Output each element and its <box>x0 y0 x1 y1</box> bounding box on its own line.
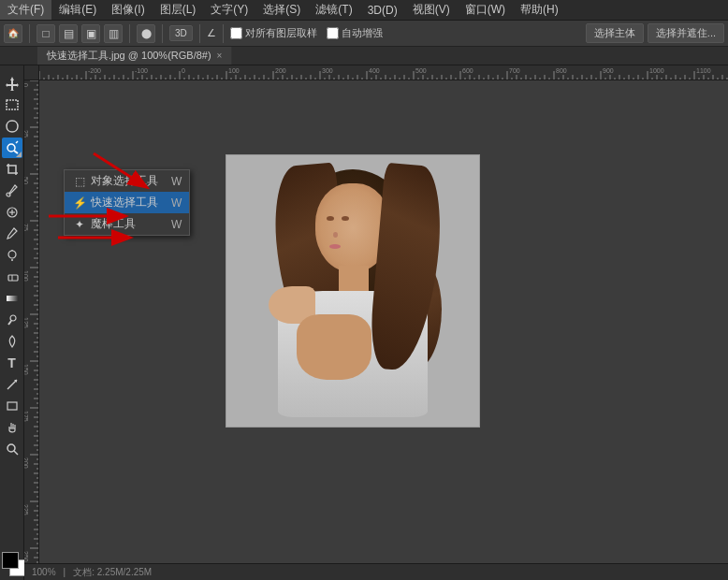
svg-rect-1 <box>7 100 18 109</box>
auto-enhance-checkbox[interactable]: 自动增强 <box>327 26 383 40</box>
flyout-label-quick-select: 快速选择工具 <box>91 195 158 210</box>
svg-text:0: 0 <box>182 67 185 74</box>
svg-point-19 <box>7 444 15 452</box>
svg-text:225: 225 <box>24 504 29 515</box>
flyout-item-quick-select[interactable]: ⚡ 快速选择工具 W <box>65 192 189 213</box>
menu-window[interactable]: 窗口(W) <box>458 0 513 20</box>
tool-type[interactable]: T <box>2 353 22 373</box>
tool-pen[interactable] <box>2 331 22 352</box>
quick-select-icon: ⚡ <box>72 196 87 210</box>
menu-filter[interactable]: 滤镜(T) <box>308 0 359 20</box>
tool-crop[interactable] <box>2 159 22 180</box>
zoom-level: 100% <box>32 567 56 577</box>
tool-lasso[interactable] <box>2 116 22 137</box>
menu-layer[interactable]: 图层(L) <box>153 0 204 20</box>
separator-3 <box>162 24 163 43</box>
all-layers-checkbox[interactable]: 对所有图层取样 <box>230 26 317 40</box>
angle-icon: ∠ <box>207 27 216 39</box>
menu-image[interactable]: 图像(I) <box>104 0 152 20</box>
svg-point-15 <box>10 315 16 321</box>
tool-move[interactable] <box>2 73 22 94</box>
menu-help[interactable]: 帮助(H) <box>513 0 566 20</box>
tool-rect-select[interactable] <box>2 94 22 115</box>
svg-text:100: 100 <box>228 67 240 74</box>
nose <box>333 232 338 238</box>
tool-clone[interactable] <box>2 245 22 266</box>
tab-document[interactable]: 快速选择工具.jpg @ 100%(RGB/8#) × <box>37 47 232 65</box>
svg-line-4 <box>16 141 18 143</box>
svg-text:25: 25 <box>24 130 29 138</box>
tool-dodge[interactable] <box>2 310 22 330</box>
ruler-top: -200-10001002003004005006007008009001000… <box>39 65 728 80</box>
document-info: 文档: 2.25M/2.25M <box>73 566 152 579</box>
status-bar: 100% | 文档: 2.25M/2.25M <box>24 563 728 580</box>
tab-close-button[interactable]: × <box>217 51 223 61</box>
photo-canvas <box>226 155 479 427</box>
flyout-shortcut-object-select: W <box>162 175 182 188</box>
right-eye <box>342 216 349 221</box>
options-add-selection[interactable]: ▤ <box>59 24 78 43</box>
svg-rect-14 <box>7 296 18 301</box>
svg-text:125: 125 <box>24 317 29 328</box>
tool-eraser[interactable] <box>2 267 22 287</box>
svg-rect-18 <box>7 402 17 410</box>
options-new-selection[interactable]: □ <box>36 24 55 43</box>
select-subject-button[interactable]: 选择主体 <box>586 23 644 43</box>
tool-path-select[interactable] <box>2 374 22 395</box>
svg-rect-12 <box>8 275 18 281</box>
tab-label: 快速选择工具.jpg @ 100%(RGB/8#) <box>47 49 211 63</box>
flyout-item-object-select[interactable]: ⬚ 对象选择工具 W <box>65 170 189 192</box>
svg-text:200: 200 <box>24 457 29 469</box>
canvas-area[interactable]: ⬚ 对象选择工具 W ⚡ 快速选择工具 W ✦ 魔棒工具 W <box>39 80 728 580</box>
svg-text:800: 800 <box>556 67 567 74</box>
menu-3d[interactable]: 3D(D) <box>360 2 405 19</box>
menu-file[interactable]: 文件(F) <box>0 0 51 20</box>
svg-text:150: 150 <box>24 364 29 375</box>
tool-zoom[interactable] <box>2 439 22 459</box>
select-refine-button[interactable]: 选择并遮住... <box>648 23 724 43</box>
tool-brush[interactable] <box>2 224 22 244</box>
left-toolbar: T <box>0 65 24 580</box>
tool-shape[interactable] <box>2 396 22 416</box>
svg-text:175: 175 <box>24 411 29 422</box>
menu-edit[interactable]: 编辑(E) <box>51 0 104 20</box>
svg-text:100: 100 <box>24 270 29 282</box>
svg-point-9 <box>8 251 16 258</box>
options-subtract-selection[interactable]: ▣ <box>81 24 100 43</box>
options-intersect-selection[interactable]: ▥ <box>104 24 123 43</box>
object-select-icon: ⬚ <box>72 175 87 188</box>
svg-text:250: 250 <box>24 551 29 562</box>
svg-text:500: 500 <box>415 67 427 74</box>
left-eye <box>327 216 334 221</box>
svg-text:-100: -100 <box>135 67 148 74</box>
svg-text:700: 700 <box>509 67 520 74</box>
all-layers-input[interactable] <box>230 27 242 39</box>
svg-marker-0 <box>6 77 19 91</box>
menu-bar: 文件(F) 编辑(E) 图像(I) 图层(L) 文字(Y) 选择(S) 滤镜(T… <box>0 0 728 21</box>
svg-text:900: 900 <box>603 67 614 74</box>
svg-point-2 <box>7 144 15 152</box>
ruler-corner <box>24 65 39 80</box>
tool-gradient[interactable] <box>2 288 22 309</box>
tool-flyout-menu: ⬚ 对象选择工具 W ⚡ 快速选择工具 W ✦ 魔棒工具 W <box>64 169 190 236</box>
flyout-shortcut-quick-select: W <box>162 196 182 210</box>
foreground-color-box[interactable] <box>2 552 19 569</box>
tool-quick-select[interactable] <box>2 138 22 158</box>
flyout-label-object-select: 对象选择工具 <box>91 173 158 189</box>
menu-view[interactable]: 视图(V) <box>405 0 458 20</box>
home-icon[interactable]: 🏠 <box>4 24 22 43</box>
auto-enhance-input[interactable] <box>327 27 339 39</box>
svg-text:1100: 1100 <box>696 67 711 74</box>
magic-wand-icon: ✦ <box>72 218 87 231</box>
tool-hand[interactable] <box>2 417 22 438</box>
tool-eyedropper[interactable] <box>2 181 22 201</box>
flyout-item-magic-wand[interactable]: ✦ 魔棒工具 W <box>65 213 189 235</box>
photo-background <box>226 155 479 427</box>
svg-text:200: 200 <box>275 67 286 74</box>
brush-size-icon[interactable]: ⬤ <box>137 24 155 43</box>
tool-heal[interactable] <box>2 202 22 223</box>
menu-select[interactable]: 选择(S) <box>255 0 308 20</box>
svg-text:400: 400 <box>369 67 380 74</box>
svg-text:-200: -200 <box>88 67 101 74</box>
menu-type[interactable]: 文字(Y) <box>203 0 255 20</box>
